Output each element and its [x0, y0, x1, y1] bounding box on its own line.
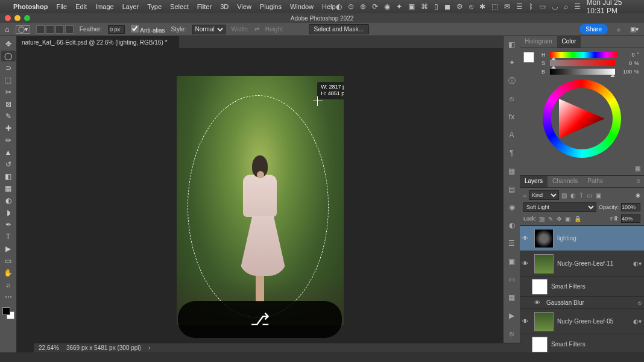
app-menu[interactable]: Photoshop	[13, 3, 48, 10]
channels-tab[interactable]: Channels	[548, 176, 582, 187]
saturation-value[interactable]: 0	[617, 60, 632, 66]
filter-kind-select[interactable]: Kind	[529, 190, 559, 200]
filter-smart-icon[interactable]: ▣	[596, 192, 601, 199]
lock-all-icon[interactable]: 🔒	[574, 216, 581, 222]
lock-transparency-icon[interactable]: ▨	[539, 216, 545, 222]
status-chevron-icon[interactable]: ›	[148, 345, 150, 351]
status-icon[interactable]: ◉	[384, 2, 390, 11]
brush-tool[interactable]: ✏	[1, 135, 16, 146]
path-selection-tool[interactable]: ▶	[1, 243, 16, 254]
menu-edit[interactable]: Edit	[75, 3, 87, 10]
layer-row[interactable]: Smart Filters	[520, 276, 644, 297]
menu-layer[interactable]: Layer	[122, 3, 139, 10]
eraser-tool[interactable]: ◧	[1, 171, 16, 182]
window-minimize-button[interactable]	[14, 15, 21, 21]
panel-icon[interactable]: ▭	[506, 273, 518, 286]
filter-shape-icon[interactable]: ▭	[587, 192, 592, 199]
intersect-selection-button[interactable]	[65, 25, 74, 34]
panel-icon[interactable]: ☰	[506, 237, 518, 249]
hue-slider[interactable]	[550, 52, 617, 58]
layer-row[interactable]: 👁 Nucly-Green-Leaf-05 ◐▾	[520, 309, 644, 334]
saturation-slider[interactable]	[550, 60, 615, 66]
bookmark-icon[interactable]: ◼	[444, 2, 450, 11]
healing-brush-tool[interactable]: ✚	[1, 123, 16, 134]
object-selection-tool[interactable]: ⬚	[1, 75, 16, 86]
layer-thumbnail[interactable]	[534, 312, 554, 331]
visibility-toggle-icon[interactable]: 👁	[534, 299, 543, 306]
search-icon[interactable]: ⌕	[614, 25, 623, 34]
tool-preset-picker[interactable]: ◯▾	[16, 25, 30, 34]
lasso-tool[interactable]: ⊃	[1, 63, 16, 73]
panel-icon[interactable]: ▦	[506, 292, 518, 304]
panel-icon[interactable]: ▦	[506, 165, 518, 177]
fill-input[interactable]	[621, 214, 640, 223]
window-maximize-button[interactable]	[24, 15, 30, 21]
layer-name[interactable]: Smart Filters	[551, 283, 586, 290]
status-icon[interactable]: ⟳	[372, 2, 378, 11]
marquee-tool[interactable]: ◯	[1, 51, 16, 61]
select-and-mask-button[interactable]: Select and Mask...	[309, 24, 369, 34]
status-icon[interactable]: ✦	[396, 2, 402, 11]
panel-icon[interactable]: ▣	[506, 255, 518, 267]
layer-thumbnail[interactable]	[534, 254, 554, 273]
visibility-toggle-icon[interactable]: 👁	[522, 235, 531, 242]
subtract-selection-button[interactable]	[55, 25, 64, 34]
menu-help[interactable]: Help	[322, 3, 336, 10]
dodge-tool[interactable]: ◗	[1, 207, 16, 218]
menu-3d[interactable]: 3D	[220, 3, 229, 10]
visibility-toggle-icon[interactable]: 👁	[522, 318, 531, 325]
menu-select[interactable]: Select	[170, 3, 189, 10]
canvas[interactable]: W: 2817 px H: 4851 px ⎇	[17, 48, 503, 352]
zoom-level[interactable]: 22.64%	[39, 345, 59, 351]
share-button[interactable]: Share	[579, 24, 608, 34]
clone-stamp-tool[interactable]: ▲	[1, 147, 16, 158]
menu-file[interactable]: File	[56, 3, 67, 10]
blur-tool[interactable]: ◐	[1, 195, 16, 206]
foreground-background-colors[interactable]	[2, 307, 14, 319]
layer-thumbnail[interactable]	[532, 337, 548, 352]
layers-tab[interactable]: Layers	[520, 176, 548, 187]
status-icon[interactable]: ⚙	[456, 2, 463, 11]
battery-icon[interactable]: ▭	[539, 2, 546, 11]
bluetooth-icon[interactable]: ᛒ	[529, 2, 533, 11]
feather-input[interactable]	[108, 25, 125, 34]
pen-tool[interactable]: ✒	[1, 219, 16, 230]
filter-icon[interactable]: ⌕	[523, 192, 526, 198]
paths-tab[interactable]: Paths	[582, 176, 608, 187]
antialias-option[interactable]: Anti-alias	[131, 25, 165, 34]
layer-thumbnail[interactable]	[534, 229, 554, 248]
panel-menu-icon[interactable]: ≡	[633, 176, 644, 187]
filter-type-icon[interactable]: T	[579, 192, 583, 199]
layer-row[interactable]: 👁 lighting	[520, 226, 644, 251]
layer-row[interactable]: 👁 Nucly-Green-Leaf-11 ◐▾	[520, 251, 644, 276]
zoom-tool[interactable]: ⌕	[1, 279, 16, 290]
layer-name[interactable]: Nucly-Green-Leaf-05	[557, 318, 613, 325]
swatch-icon[interactable]: ▦	[635, 165, 640, 172]
document-tab[interactable]: × nature_Kat_-66-Edit.psd @ 22.6% (light…	[17, 36, 179, 48]
status-icon[interactable]: ✉	[504, 2, 510, 11]
rectangle-tool[interactable]: ▭	[1, 255, 16, 266]
color-swatch[interactable]	[523, 52, 534, 63]
layer-row[interactable]: 👁 Gaussian Blur ⎋	[520, 297, 644, 309]
hand-tool[interactable]: ✋	[1, 267, 16, 278]
brightness-slider[interactable]	[550, 69, 615, 75]
panel-icon[interactable]: ◐	[506, 219, 518, 231]
gradient-tool[interactable]: ▦	[1, 183, 16, 194]
crop-tool[interactable]: ✂	[1, 87, 16, 98]
opacity-input[interactable]	[621, 203, 640, 211]
filter-adjustment-icon[interactable]: ◐	[570, 192, 576, 199]
filter-toggle[interactable]: ◉	[636, 192, 640, 198]
menu-view[interactable]: View	[237, 3, 251, 10]
hue-value[interactable]: 0	[620, 52, 634, 58]
filter-pixel-icon[interactable]: ▨	[561, 192, 567, 199]
status-icon[interactable]: ◐	[336, 2, 342, 11]
layer-name[interactable]: lighting	[557, 235, 576, 242]
menu-window[interactable]: Window	[290, 3, 314, 10]
blend-mode-select[interactable]: Soft Light	[523, 202, 596, 212]
layer-thumbnail[interactable]	[532, 279, 548, 295]
lock-position-icon[interactable]: ✥	[557, 216, 561, 222]
panel-icon[interactable]: ◉	[506, 201, 518, 213]
edit-toolbar[interactable]: ⋯	[1, 292, 16, 302]
visibility-toggle-icon[interactable]: 👁	[522, 260, 531, 267]
history-brush-tool[interactable]: ↺	[1, 159, 16, 170]
